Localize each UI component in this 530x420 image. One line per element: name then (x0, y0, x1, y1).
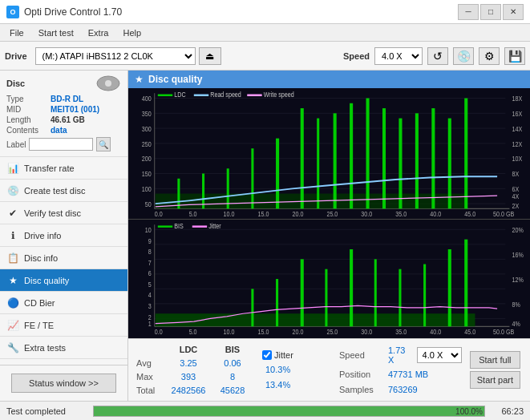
svg-text:10.0: 10.0 (224, 328, 235, 336)
svg-rect-57 (158, 95, 172, 97)
avg-ldc: 3.25 (164, 358, 212, 368)
sidebar-item-create-test-disc[interactable]: 💿Create test disc (0, 180, 127, 202)
svg-text:16%: 16% (512, 251, 524, 259)
svg-text:40.0: 40.0 (430, 328, 441, 336)
svg-text:5: 5 (148, 281, 152, 289)
app-icon: O (6, 6, 19, 18)
sidebar-item-disc-quality[interactable]: ★Disc quality (0, 269, 127, 292)
svg-rect-111 (192, 225, 207, 227)
transfer-rate-label: Transfer rate (24, 164, 75, 173)
svg-text:15.0: 15.0 (258, 211, 269, 219)
svg-text:40.0: 40.0 (430, 211, 441, 219)
svg-rect-50 (366, 99, 370, 209)
svg-rect-106 (423, 264, 426, 326)
label-search-button[interactable]: 🔍 (96, 137, 111, 151)
svg-text:50.0 GB: 50.0 GB (493, 211, 514, 219)
drive-selector-wrapper: (M:) ATAPI iHBS112 2 CL0K ⏏ (35, 47, 338, 65)
svg-rect-45 (276, 139, 279, 209)
sidebar-item-fe-te[interactable]: 📈FE / TE (0, 314, 127, 337)
jitter-checkbox[interactable] (262, 350, 272, 360)
svg-rect-46 (301, 108, 304, 208)
settings-button[interactable]: ⚙ (479, 47, 500, 65)
svg-rect-103 (350, 249, 353, 326)
speed-dropdown[interactable]: 4.0 X (417, 347, 462, 363)
svg-text:2X: 2X (512, 203, 520, 211)
svg-text:20%: 20% (512, 226, 524, 234)
svg-text:20.0: 20.0 (292, 328, 303, 336)
sidebar-item-transfer-rate[interactable]: 📊Transfer rate (0, 157, 127, 180)
save-button[interactable]: 💾 (504, 47, 525, 65)
svg-text:7: 7 (148, 259, 152, 267)
drive-info-icon: ℹ (6, 229, 19, 242)
svg-text:35.0: 35.0 (395, 328, 407, 336)
svg-text:200: 200 (142, 155, 152, 164)
cd-bier-icon: 🔵 (6, 297, 19, 309)
avg-speed: 1.73 X (388, 345, 412, 365)
disc-quality-label: Disc quality (24, 276, 69, 285)
app-title: Opti Drive Control 1.70 (24, 6, 122, 18)
position-value: 47731 MB (388, 370, 428, 379)
svg-text:14X: 14X (512, 125, 523, 133)
svg-rect-102 (325, 269, 327, 327)
svg-rect-47 (317, 119, 319, 209)
bis-chart-area: 10 9 8 7 6 5 4 3 2 1 20% 16% 12% 8% 4% (128, 220, 530, 338)
sidebar-item-extra-tests[interactable]: 🔧Extra tests (0, 337, 127, 359)
menu-start-test[interactable]: Start test (32, 26, 80, 39)
label-label: Label (6, 140, 26, 149)
svg-text:12X: 12X (512, 140, 523, 148)
create-test-disc-label: Create test disc (24, 186, 85, 196)
ldc-header: LDC (164, 345, 212, 354)
sidebar-item-verify-test-disc[interactable]: ✔Verify test disc (0, 202, 127, 224)
svg-rect-107 (448, 249, 451, 326)
sidebar-item-cd-bier[interactable]: 🔵CD Bier (0, 292, 127, 314)
svg-text:4: 4 (148, 292, 152, 300)
refresh-button[interactable]: ↺ (427, 47, 448, 65)
sidebar-item-drive-info[interactable]: ℹDrive info (0, 224, 127, 247)
window-controls: ─ □ ✕ (458, 4, 524, 20)
create-test-disc-icon: 💿 (6, 184, 19, 197)
svg-rect-59 (194, 95, 208, 97)
disc-icon (95, 75, 121, 91)
svg-text:BIS: BIS (174, 222, 184, 230)
stats-section: LDC BIS Avg 3.25 0.06 Max 393 8 Total (128, 338, 530, 401)
burn-button[interactable]: 💿 (453, 47, 474, 65)
nav-items: 📊Transfer rate💿Create test disc✔Verify t… (0, 157, 127, 359)
speed-select[interactable]: 4.0 X (374, 47, 423, 65)
maximize-button[interactable]: □ (480, 4, 501, 20)
menu-help[interactable]: Help (116, 26, 148, 39)
mid-value: MEIT01 (001) (51, 105, 99, 114)
status-window-button[interactable]: Status window >> (11, 374, 116, 393)
progress-bar-fill (94, 406, 484, 416)
total-row-label: Total (136, 386, 164, 395)
contents-label: Contents (6, 126, 51, 135)
transfer-rate-icon: 📊 (6, 162, 19, 175)
time-text: 66:23 (492, 406, 524, 416)
svg-text:25.0: 25.0 (326, 211, 338, 219)
label-input[interactable] (29, 138, 93, 151)
start-full-button[interactable]: Start full (470, 351, 520, 369)
menu-file[interactable]: File (3, 26, 30, 39)
sidebar-item-disc-info[interactable]: 📋Disc info (0, 247, 127, 269)
minimize-button[interactable]: ─ (458, 4, 479, 20)
speed-section: Speed 1.73 X 4.0 X Position 47731 MB Sam… (336, 341, 465, 398)
extra-tests-icon: 🔧 (6, 341, 19, 354)
menu-extra[interactable]: Extra (82, 26, 115, 39)
svg-text:8X: 8X (512, 171, 520, 179)
svg-text:30.0: 30.0 (361, 328, 372, 336)
svg-text:18X: 18X (512, 95, 523, 103)
jitter-label: Jitter (274, 350, 293, 360)
svg-text:Read speed: Read speed (210, 91, 241, 99)
svg-text:LDC: LDC (174, 91, 186, 99)
max-row-label: Max (136, 372, 164, 382)
progress-bar: 100.0% (93, 406, 485, 417)
start-part-button[interactable]: Start part (470, 371, 520, 389)
bis-chart-svg: 10 9 8 7 6 5 4 3 2 1 20% 16% 12% 8% 4% (128, 220, 530, 338)
svg-text:Jitter: Jitter (208, 222, 221, 230)
svg-rect-56 (464, 99, 467, 209)
svg-text:3: 3 (148, 302, 152, 310)
eject-button[interactable]: ⏏ (199, 47, 221, 65)
svg-rect-105 (399, 269, 401, 327)
close-button[interactable]: ✕ (503, 4, 524, 20)
drive-select[interactable]: (M:) ATAPI iHBS112 2 CL0K (35, 47, 196, 65)
svg-point-1 (105, 80, 111, 87)
